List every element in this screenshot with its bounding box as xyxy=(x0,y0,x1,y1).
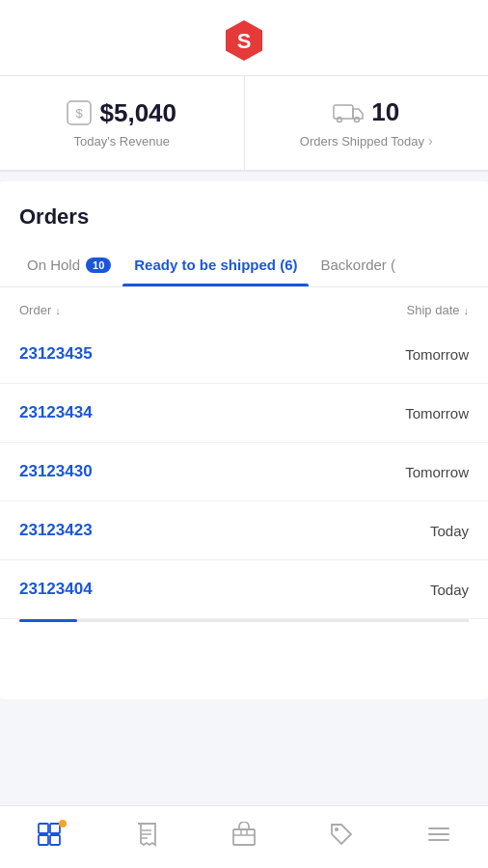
shipped-value: 10 xyxy=(371,97,399,127)
truck-icon xyxy=(333,102,364,123)
tab-on-hold-badge: 10 xyxy=(86,258,111,273)
svg-rect-14 xyxy=(233,829,255,845)
tab-ready-to-ship[interactable]: Ready to be shipped (6) xyxy=(122,245,309,286)
tab-backorder[interactable]: Backorder ( xyxy=(309,245,407,286)
order-number: 23123435 xyxy=(19,344,93,364)
svg-rect-7 xyxy=(39,824,48,833)
orders-section: Orders On Hold 10 Ready to be shipped (6… xyxy=(0,181,488,699)
shipped-label: Orders Shipped Today xyxy=(300,134,424,149)
orders-title: Orders xyxy=(0,181,488,245)
menu-icon xyxy=(426,822,451,847)
order-row[interactable]: 23123404 Today xyxy=(0,560,488,619)
svg-rect-10 xyxy=(50,835,60,845)
shipped-card[interactable]: 10 Orders Shipped Today › xyxy=(245,76,489,170)
tab-backorder-label: Backorder ( xyxy=(320,257,395,273)
order-number: 23123423 xyxy=(19,521,93,540)
shipdate-col-header[interactable]: Ship date ↓ xyxy=(407,303,469,317)
order-col-header[interactable]: Order ↓ xyxy=(19,303,61,317)
order-number: 23123434 xyxy=(19,403,93,422)
svg-text:$: $ xyxy=(76,106,84,121)
tag-icon xyxy=(329,822,354,847)
order-row[interactable]: 23123430 Tomorrow xyxy=(0,443,488,502)
nav-dot xyxy=(59,820,67,827)
order-row[interactable]: 23123434 Tomorrow xyxy=(0,384,488,443)
stats-row: $ $5,040 Today's Revenue 10 Orders Shipp… xyxy=(0,76,488,172)
tab-on-hold-label: On Hold xyxy=(27,257,80,273)
revenue-label: Today's Revenue xyxy=(74,134,170,149)
nav-menu[interactable] xyxy=(391,822,488,847)
shipdate-col-label: Ship date xyxy=(407,303,460,317)
order-sort-icon: ↓ xyxy=(55,305,61,316)
shipped-label-row: Orders Shipped Today › xyxy=(300,133,433,149)
scroll-fill xyxy=(19,619,77,622)
receipt-icon xyxy=(134,822,159,847)
nav-inventory[interactable] xyxy=(195,822,292,847)
nav-orders[interactable] xyxy=(97,822,195,847)
ship-date: Today xyxy=(430,582,469,598)
tab-on-hold[interactable]: On Hold 10 xyxy=(15,245,122,286)
dashboard-icon xyxy=(37,822,62,847)
app-logo: S xyxy=(221,17,267,64)
ship-date: Tomorrow xyxy=(405,464,469,480)
nav-dashboard[interactable] xyxy=(0,822,97,847)
order-col-label: Order xyxy=(19,303,51,317)
table-header: Order ↓ Ship date ↓ xyxy=(0,287,488,325)
svg-text:S: S xyxy=(237,29,252,53)
nav-labels[interactable] xyxy=(293,822,391,847)
tab-ready-label: Ready to be shipped (6) xyxy=(134,257,297,273)
ship-date: Tomorrow xyxy=(405,346,469,363)
tabs-container: On Hold 10 Ready to be shipped (6) Backo… xyxy=(0,245,488,287)
app-header: S xyxy=(0,0,488,76)
svg-point-5 xyxy=(338,117,342,122)
shipdate-sort-icon: ↓ xyxy=(464,305,470,316)
order-number: 23123404 xyxy=(19,580,93,599)
svg-point-6 xyxy=(355,117,360,122)
svg-point-18 xyxy=(335,827,339,831)
revenue-card[interactable]: $ $5,040 Today's Revenue xyxy=(0,76,245,170)
order-number: 23123430 xyxy=(19,462,93,481)
orders-list: 23123435 Tomorrow 23123434 Tomorrow 2312… xyxy=(0,325,488,699)
ship-date: Today xyxy=(430,523,469,539)
dollar-icon: $ xyxy=(67,100,92,125)
order-row[interactable]: 23123423 Today xyxy=(0,502,488,560)
revenue-value: $5,040 xyxy=(99,98,176,128)
bottom-nav xyxy=(0,805,488,868)
svg-rect-4 xyxy=(334,105,353,119)
ship-date: Tomorrow xyxy=(405,405,469,421)
shipped-arrow-icon: › xyxy=(428,133,433,149)
svg-rect-8 xyxy=(50,824,60,833)
order-row[interactable]: 23123435 Tomorrow xyxy=(0,325,488,384)
scroll-indicator xyxy=(19,619,469,622)
inventory-icon xyxy=(231,822,257,847)
svg-rect-9 xyxy=(39,835,48,845)
